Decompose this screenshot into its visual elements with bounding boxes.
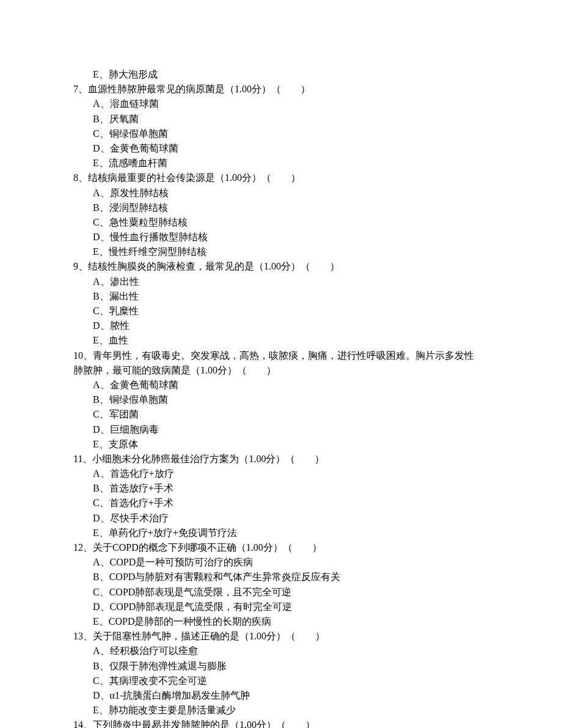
option: E、慢性纤维空洞型肺结核: [73, 245, 489, 259]
question-stem: 13、关于阻塞性肺气肿，描述正确的是（1.00分）（ ）: [73, 629, 489, 643]
question-stem: 7、血源性肺脓肿最常见的病原菌是（1.00分）（ ）: [73, 82, 489, 96]
option: A、渗出性: [73, 274, 489, 289]
option: C、其病理改变不完全可逆: [73, 674, 489, 688]
option: A、COPD是一种可预防可治疗的疾病: [73, 555, 489, 569]
option: C、军团菌: [73, 407, 489, 421]
option: C、COPD肺部表现是气流受限，且不完全可逆: [73, 585, 489, 599]
question-stem: 12、关于COPD的概念下列哪项不正确（1.00分）（ ）: [73, 540, 489, 554]
option: E、单药化疗+放疗+免疫调节疗法: [73, 526, 489, 540]
option: D、巨细胞病毒: [73, 422, 489, 436]
option: B、浸润型肺结核: [73, 200, 489, 215]
question-12: 12、关于COPD的概念下列哪项不正确（1.00分）（ ）A、COPD是一种可预…: [73, 540, 489, 628]
option: E、流感嗜血杆菌: [73, 156, 489, 170]
orphan-option-e: E、肺大泡形成: [73, 67, 489, 81]
option: B、厌氧菌: [73, 112, 489, 126]
option: A、溶血链球菌: [73, 97, 489, 111]
questions-container: 7、血源性肺脓肿最常见的病原菌是（1.00分）（ ）A、溶血链球菌B、厌氧菌C、…: [73, 82, 489, 728]
option: B、首选放疗+手术: [73, 481, 489, 495]
option: C、首选化疗+手术: [73, 496, 489, 510]
question-7: 7、血源性肺脓肿最常见的病原菌是（1.00分）（ ）A、溶血链球菌B、厌氧菌C、…: [73, 82, 489, 170]
option: C、乳糜性: [73, 304, 489, 318]
option: D、α1-抗胰蛋白酶增加易发生肺气肿: [73, 688, 489, 702]
option: E、COPD是肺部的一种慢性的长期的疾病: [73, 614, 489, 628]
option: B、COPD与肺脏对有害颗粒和气体产生异常炎症反应有关: [73, 570, 489, 584]
question-8: 8、结核病最重要的社会传染源是（1.00分）（ ）A、原发性肺结核B、浸润型肺结…: [73, 171, 489, 259]
question-14: 14、下列肺炎中最易并发肺脓肿的是（1.00分）（ ）A、肺炎支原体肺炎B、葡萄…: [73, 718, 489, 728]
option: C、急性粟粒型肺结核: [73, 215, 489, 229]
option: B、漏出性: [73, 289, 489, 303]
option: C、铜绿假单胞菌: [73, 127, 489, 141]
option: D、COPD肺部表现是气流受限，有时完全可逆: [73, 600, 489, 614]
question-stem-continue: 肺脓肿，最可能的致病菌是（1.00分）（ ）: [73, 363, 489, 377]
option: B、仅限于肺泡弹性减退与膨胀: [73, 659, 489, 673]
option: A、经积极治疗可以痊愈: [73, 644, 489, 658]
option: E、血性: [73, 333, 489, 347]
question-13: 13、关于阻塞性肺气肿，描述正确的是（1.00分）（ ）A、经积极治疗可以痊愈B…: [73, 629, 489, 717]
option: B、铜绿假单胞菌: [73, 392, 489, 406]
option: E、支原体: [73, 437, 489, 451]
option: A、原发性肺结核: [73, 186, 489, 200]
question-stem: 8、结核病最重要的社会传染源是（1.00分）（ ）: [73, 171, 489, 185]
option: D、金黄色葡萄球菌: [73, 141, 489, 155]
question-stem: 10、青年男性，有吸毒史。突发寒战，高热，咳脓痰，胸痛，进行性呼吸困难。胸片示多…: [73, 348, 489, 362]
question-9: 9、结核性胸膜炎的胸液检查，最常见的是（1.00分）（ ）A、渗出性B、漏出性C…: [73, 259, 489, 347]
option: D、尽快手术治疗: [73, 511, 489, 525]
question-11: 11、小细胞未分化肺癌最佳治疗方案为（1.00分）（ ）A、首选化疗+放疗B、首…: [73, 452, 489, 540]
option: D、慢性血行播散型肺结核: [73, 230, 489, 244]
question-stem: 9、结核性胸膜炎的胸液检查，最常见的是（1.00分）（ ）: [73, 259, 489, 273]
option: D、脓性: [73, 318, 489, 333]
question-10: 10、青年男性，有吸毒史。突发寒战，高热，咳脓痰，胸痛，进行性呼吸困难。胸片示多…: [73, 348, 489, 451]
question-stem: 11、小细胞未分化肺癌最佳治疗方案为（1.00分）（ ）: [73, 452, 489, 466]
option: E、肺功能改变主要是肺活量减少: [73, 703, 489, 717]
option: A、首选化疗+放疗: [73, 466, 489, 480]
question-stem: 14、下列肺炎中最易并发肺脓肿的是（1.00分）（ ）: [73, 718, 489, 728]
option: A、金黄色葡萄球菌: [73, 378, 489, 392]
